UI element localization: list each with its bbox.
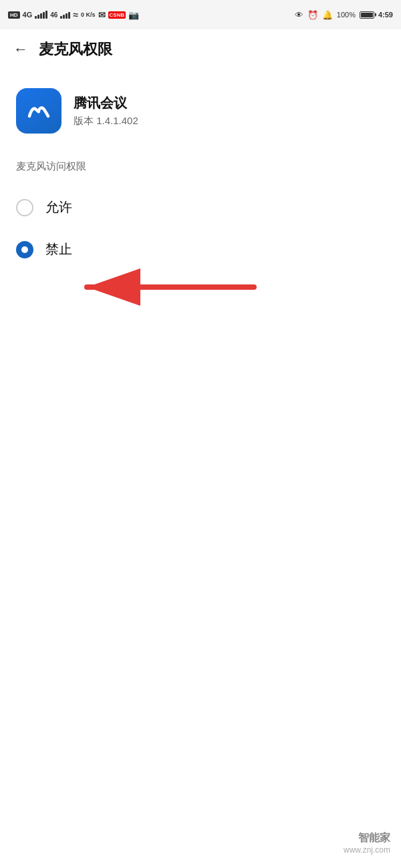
radio-options: 允许 禁止 bbox=[0, 186, 401, 270]
app-icon-svg bbox=[24, 96, 53, 126]
battery-fill bbox=[361, 13, 373, 17]
watermark-main: 智能家 bbox=[344, 831, 390, 845]
signal-bars-2 bbox=[60, 11, 70, 19]
app-details: 腾讯会议 版本 1.4.1.402 bbox=[74, 94, 138, 128]
battery-icon bbox=[360, 11, 374, 19]
app-version: 版本 1.4.1.402 bbox=[74, 115, 138, 128]
signal-bars bbox=[35, 11, 47, 19]
page-title: 麦克风权限 bbox=[39, 39, 112, 59]
app-name: 腾讯会议 bbox=[74, 94, 138, 112]
csnb-icon: CSNB bbox=[108, 11, 126, 19]
status-left-icons: HD 4G 46 ≈ 0 K/s ✉ CSNB 📷 bbox=[8, 9, 139, 20]
option-allow[interactable]: 允许 bbox=[16, 186, 385, 228]
label-allow: 允许 bbox=[45, 198, 72, 216]
camera-icon: 📷 bbox=[128, 10, 139, 20]
watermark: 智能家 www.znj.com bbox=[344, 831, 390, 855]
network-46: 46 bbox=[50, 11, 57, 19]
network-speed: 0 K/s bbox=[81, 11, 96, 18]
status-right-icons: 👁 ⏰ 🔔 100% 4:59 bbox=[295, 10, 393, 20]
hd-badge: HD bbox=[8, 11, 20, 19]
message-icon: ✉ bbox=[98, 10, 106, 20]
time-display: 4:59 bbox=[378, 11, 393, 19]
network-4g: 4G bbox=[23, 11, 33, 19]
app-icon bbox=[16, 88, 61, 134]
permission-section: 麦克风访问权限 bbox=[0, 147, 401, 173]
label-deny: 禁止 bbox=[45, 240, 72, 258]
page-header: ← 麦克风权限 bbox=[0, 29, 401, 69]
radio-allow[interactable] bbox=[16, 199, 33, 216]
eye-icon: 👁 bbox=[295, 10, 303, 20]
radio-deny[interactable] bbox=[16, 241, 33, 258]
status-bar: HD 4G 46 ≈ 0 K/s ✉ CSNB 📷 👁 ⏰ 🔔 100% 4:5… bbox=[0, 0, 401, 29]
back-button[interactable]: ← bbox=[13, 41, 28, 58]
permission-label: 麦克风访问权限 bbox=[16, 160, 385, 173]
wifi-icon: ≈ bbox=[73, 9, 78, 20]
alarm-icon: ⏰ bbox=[307, 10, 318, 20]
option-deny[interactable]: 禁止 bbox=[16, 228, 385, 270]
watermark-sub: www.znj.com bbox=[344, 845, 390, 855]
bell-mute-icon: 🔔 bbox=[322, 10, 333, 20]
app-info-section: 腾讯会议 版本 1.4.1.402 bbox=[0, 69, 401, 147]
battery-percent: 100% bbox=[337, 11, 356, 19]
